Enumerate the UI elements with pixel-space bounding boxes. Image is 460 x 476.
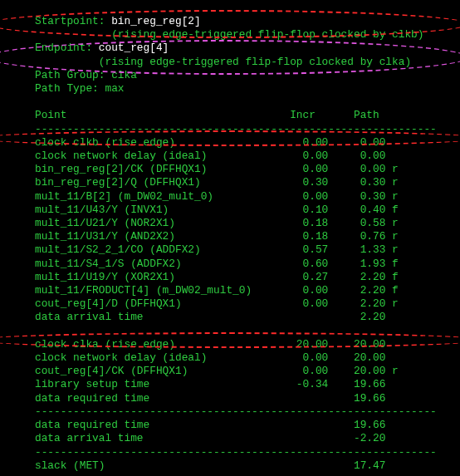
rows-block: clock clkb (rise edge) 0.00 0.00 clock n…	[35, 136, 399, 324]
report-body: Startpoint: bin_reg_reg[2] (rising edge-…	[35, 15, 453, 473]
path-group: Path Group: clka	[35, 69, 137, 81]
divider: ----------------------------------------…	[35, 405, 437, 418]
summary-arr: data arrival time -2.20	[35, 432, 385, 444]
endpoint-desc: (rising edge-triggered flip-flop clocked…	[35, 56, 411, 68]
endpoint-label: Endpoint:	[35, 42, 99, 54]
summary-slack: slack (MET) 17.47	[35, 459, 385, 472]
divider: ----------------------------------------…	[35, 446, 437, 459]
divider: ----------------------------------------…	[35, 123, 437, 135]
startpoint-desc: (rising edge-triggered flip-flop clocked…	[35, 28, 423, 41]
rows2-block: clock clka (rise edge) 20.00 20.00 clock…	[35, 338, 399, 405]
endpoint-name: cout_reg[4]	[99, 42, 169, 54]
timing-report-terminal: Startpoint: bin_reg_reg[2] (rising edge-…	[0, 0, 460, 476]
startpoint-label: Startpoint:	[35, 15, 111, 27]
col-headers: Point Incr Path	[35, 109, 379, 121]
path-type: Path Type: max	[35, 82, 125, 95]
summary-req: data required time 19.66	[35, 419, 385, 431]
startpoint-name: bin_reg_reg[2]	[111, 15, 201, 27]
